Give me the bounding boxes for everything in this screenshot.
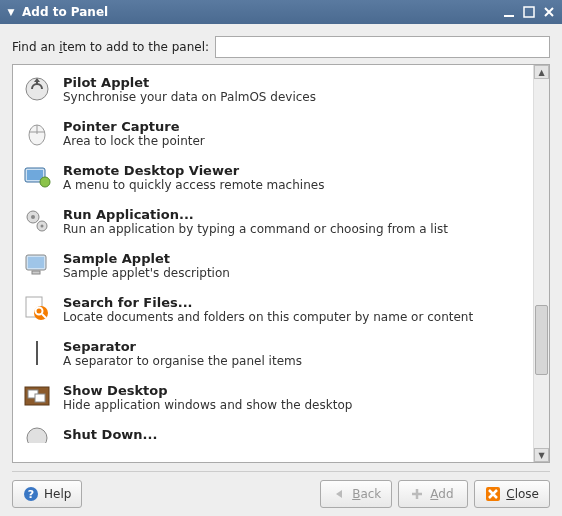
mouse-icon bbox=[21, 117, 53, 149]
monitor-icon bbox=[21, 249, 53, 281]
add-icon bbox=[409, 486, 425, 502]
add-button: Add bbox=[398, 480, 468, 508]
list-item[interactable]: Sample Applet Sample applet's descriptio… bbox=[13, 243, 533, 287]
help-button[interactable]: ? Help bbox=[12, 480, 82, 508]
maximize-button[interactable] bbox=[520, 4, 538, 20]
svg-rect-17 bbox=[32, 271, 40, 274]
svg-text:?: ? bbox=[28, 488, 34, 501]
svg-point-10 bbox=[40, 177, 50, 187]
list-item[interactable]: Remote Desktop Viewer A menu to quickly … bbox=[13, 155, 533, 199]
back-button: Back bbox=[320, 480, 392, 508]
item-desc: Synchronise your data on PalmOS devices bbox=[63, 90, 525, 104]
item-name: Shut Down... bbox=[63, 427, 525, 442]
svg-rect-16 bbox=[28, 257, 44, 268]
shutdown-icon bbox=[21, 425, 53, 443]
scrollbar[interactable]: ▲ ▼ bbox=[533, 65, 549, 462]
back-icon bbox=[331, 486, 347, 502]
search-row: Find an item to add to the panel: bbox=[12, 36, 550, 58]
close-window-button[interactable] bbox=[540, 4, 558, 20]
search-files-icon bbox=[21, 293, 53, 325]
list-item[interactable]: Run Application... Run an application by… bbox=[13, 199, 533, 243]
search-label: Find an item to add to the panel: bbox=[12, 40, 209, 54]
remote-desktop-icon bbox=[21, 161, 53, 193]
list-item[interactable]: Separator A separator to organise the pa… bbox=[13, 331, 533, 375]
window-title: Add to Panel bbox=[18, 5, 498, 19]
separator bbox=[12, 471, 550, 472]
item-desc: Locate documents and folders on this com… bbox=[63, 310, 525, 324]
window-menu-icon[interactable]: ▼ bbox=[4, 7, 18, 17]
item-desc: Hide application windows and show the de… bbox=[63, 398, 525, 412]
show-desktop-icon bbox=[21, 381, 53, 413]
scroll-down-icon[interactable]: ▼ bbox=[534, 448, 549, 462]
separator-icon bbox=[21, 337, 53, 369]
button-row: ? Help Back Add Close bbox=[12, 480, 550, 508]
item-name: Show Desktop bbox=[63, 383, 525, 398]
search-input[interactable] bbox=[215, 36, 550, 58]
close-button[interactable]: Close bbox=[474, 480, 550, 508]
list-viewport[interactable]: Area where notification icons appear Pil… bbox=[13, 65, 533, 462]
item-desc: A separator to organise the panel items bbox=[63, 354, 525, 368]
pilot-icon bbox=[21, 73, 53, 105]
list-item[interactable]: Pilot Applet Synchronise your data on Pa… bbox=[13, 67, 533, 111]
svg-rect-24 bbox=[35, 394, 45, 402]
item-name: Search for Files... bbox=[63, 295, 525, 310]
gears-icon bbox=[21, 205, 53, 237]
item-name: Pointer Capture bbox=[63, 119, 525, 134]
list-item[interactable]: Search for Files... Locate documents and… bbox=[13, 287, 533, 331]
help-icon: ? bbox=[23, 486, 39, 502]
item-desc: A menu to quickly access remote machines bbox=[63, 178, 525, 192]
item-desc: Sample applet's description bbox=[63, 266, 525, 280]
svg-point-14 bbox=[41, 225, 44, 228]
close-icon bbox=[485, 486, 501, 502]
applet-list: Area where notification icons appear Pil… bbox=[12, 64, 550, 463]
svg-point-25 bbox=[27, 428, 47, 443]
item-name: Separator bbox=[63, 339, 525, 354]
titlebar: ▼ Add to Panel bbox=[0, 0, 562, 24]
item-name: Remote Desktop Viewer bbox=[63, 163, 525, 178]
svg-rect-1 bbox=[524, 7, 534, 17]
scroll-up-icon[interactable]: ▲ bbox=[534, 65, 549, 79]
list-item[interactable]: Shut Down... bbox=[13, 419, 533, 443]
dialog-content: Find an item to add to the panel: Area w… bbox=[0, 24, 562, 516]
svg-point-12 bbox=[31, 215, 35, 219]
list-item[interactable]: Pointer Capture Area to lock the pointer bbox=[13, 111, 533, 155]
scroll-thumb[interactable] bbox=[535, 305, 548, 375]
item-desc: Area to lock the pointer bbox=[63, 134, 525, 148]
svg-rect-0 bbox=[504, 15, 514, 17]
minimize-button[interactable] bbox=[500, 4, 518, 20]
item-name: Pilot Applet bbox=[63, 75, 525, 90]
item-desc: Run an application by typing a command o… bbox=[63, 222, 525, 236]
svg-rect-9 bbox=[27, 170, 43, 180]
item-name: Sample Applet bbox=[63, 251, 525, 266]
list-item[interactable]: Show Desktop Hide application windows an… bbox=[13, 375, 533, 419]
item-name: Run Application... bbox=[63, 207, 525, 222]
